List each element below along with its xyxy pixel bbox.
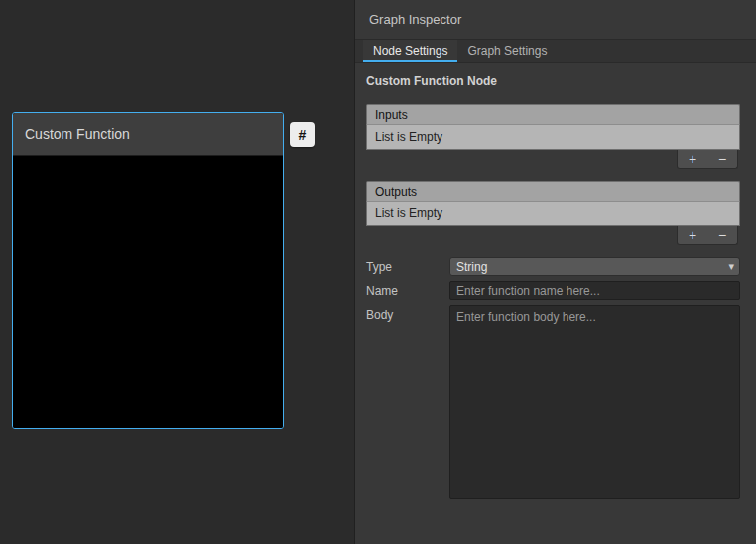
outputs-list-title: Outputs xyxy=(375,185,417,199)
inspector-title: Graph Inspector xyxy=(369,12,461,27)
inputs-list: Inputs List is Empty + − xyxy=(366,104,740,169)
outputs-empty-label: List is Empty xyxy=(375,206,442,220)
node-title-bar: Custom Function xyxy=(13,113,283,156)
inputs-list-buttons: + − xyxy=(677,150,738,169)
type-field-row: Type String ▾ xyxy=(366,257,740,276)
inputs-add-button[interactable]: + xyxy=(678,151,707,167)
outputs-list-header: Outputs xyxy=(366,181,740,202)
inspector-tab-bar: Node Settings Graph Settings xyxy=(355,40,756,63)
inputs-list-header: Inputs xyxy=(366,104,740,125)
outputs-list: Outputs List is Empty + − xyxy=(366,181,740,245)
name-label: Name xyxy=(366,281,449,298)
inputs-empty-label: List is Empty xyxy=(375,130,442,144)
graph-canvas[interactable]: Custom Function # xyxy=(0,0,354,544)
function-name-input[interactable] xyxy=(449,281,740,300)
outputs-add-button[interactable]: + xyxy=(678,227,707,243)
node-body xyxy=(13,156,283,428)
body-label: Body xyxy=(366,305,449,322)
custom-function-node[interactable]: Custom Function xyxy=(12,112,284,429)
body-field-row: Body xyxy=(366,305,740,499)
section-title: Custom Function Node xyxy=(366,74,744,88)
outputs-list-buttons: + − xyxy=(677,226,738,245)
type-label: Type xyxy=(366,257,449,274)
inputs-list-footer: + − xyxy=(366,150,740,169)
type-dropdown-value: String xyxy=(456,260,487,274)
hash-icon: # xyxy=(299,127,307,143)
inputs-list-title: Inputs xyxy=(375,108,408,122)
chevron-down-icon: ▾ xyxy=(728,260,734,273)
node-title-label: Custom Function xyxy=(25,126,130,142)
outputs-list-footer: + − xyxy=(366,226,740,245)
inspector-header: Graph Inspector xyxy=(355,0,756,40)
tab-graph-settings[interactable]: Graph Settings xyxy=(457,40,557,62)
tab-node-settings[interactable]: Node Settings xyxy=(363,40,457,62)
name-field-row: Name xyxy=(366,281,740,300)
inputs-remove-button[interactable]: − xyxy=(707,151,737,167)
hash-badge-button[interactable]: # xyxy=(290,122,315,147)
function-body-input[interactable] xyxy=(449,305,740,499)
node-settings-fields: Type String ▾ Name Body xyxy=(366,257,740,499)
type-dropdown[interactable]: String ▾ xyxy=(449,257,740,276)
outputs-remove-button[interactable]: − xyxy=(707,227,737,243)
graph-inspector-panel: Graph Inspector Node Settings Graph Sett… xyxy=(354,0,756,544)
outputs-list-empty-row: List is Empty xyxy=(366,202,740,226)
inputs-list-empty-row: List is Empty xyxy=(366,125,740,150)
